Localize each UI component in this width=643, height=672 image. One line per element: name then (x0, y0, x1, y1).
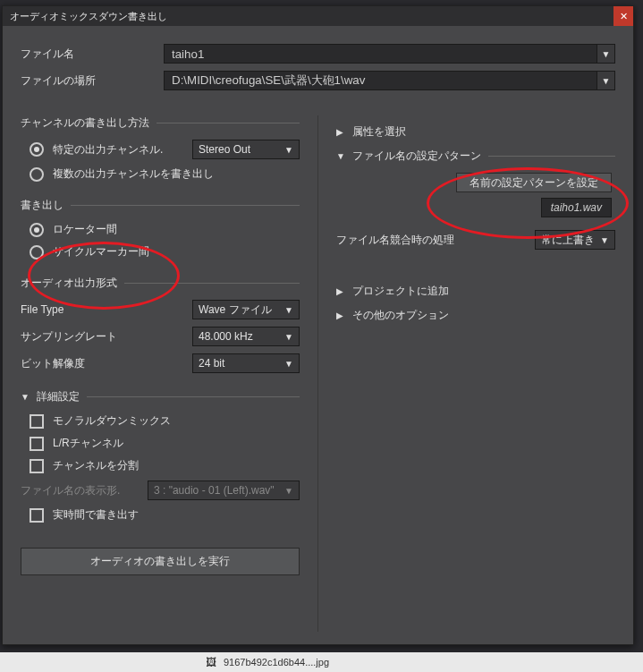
conflict-label: ファイル名競合時の処理 (336, 233, 454, 248)
advanced-disclosure[interactable]: ▼ 詳細設定 (21, 389, 300, 404)
audio-group-title: オーディオ出力形式 (21, 276, 300, 291)
execute-export-button[interactable]: オーディオの書き出しを実行 (21, 548, 300, 575)
channel-specific-value: Stereo Out (199, 143, 250, 156)
radio-locator[interactable] (30, 223, 44, 237)
add-project-label: プロジェクトに追加 (352, 284, 449, 299)
radio-multi[interactable] (30, 167, 44, 182)
divider (71, 205, 300, 206)
right-column: ▶ 属性を選択 ▼ ファイル名の設定パターン 名前の設定パターンを設定 taih… (317, 115, 615, 632)
image-icon: 🖼 (206, 656, 216, 668)
triangle-right-icon: ▶ (336, 310, 347, 320)
pattern-controls: 名前の設定パターンを設定 taiho1.wav (336, 173, 615, 217)
chevron-down-icon: ▼ (284, 145, 293, 155)
chevron-down-icon: ▼ (284, 359, 293, 369)
channel-group-title: チャンネルの書き出し方法 (21, 115, 300, 131)
divider (124, 283, 300, 284)
divider (87, 396, 300, 397)
realtime-row[interactable]: 実時間で書き出す (30, 507, 300, 523)
split-label: チャンネルを分割 (53, 458, 139, 473)
sample-rate-label: サンプリングレート (21, 329, 117, 345)
radio-specific[interactable] (30, 142, 44, 157)
divider (488, 156, 615, 157)
chevron-down-icon: ▼ (602, 76, 611, 86)
export-cycle-row[interactable]: サイクルマーカー間 (30, 244, 300, 259)
file-path-dropdown[interactable]: ▼ (597, 71, 615, 90)
audio-group-label: オーディオ出力形式 (21, 276, 117, 291)
chevron-down-icon: ▼ (602, 49, 611, 59)
export-group-label: 書き出し (21, 198, 63, 213)
chevron-down-icon: ▼ (284, 486, 293, 496)
attrib-disclosure[interactable]: ▶ 属性を選択 (336, 124, 615, 140)
dialog-content: ファイル名 ▼ ファイルの場所 ▼ チャンネルの書き出し方法 特 (3, 26, 633, 644)
bit-depth-row: ビット解像度 24 bit▼ (21, 353, 300, 373)
pattern-config-label: 名前の設定パターンを設定 (470, 175, 598, 191)
radio-cycle[interactable] (30, 245, 44, 259)
file-type-row: File Type Wave ファイル▼ (21, 300, 300, 319)
advanced-title: 詳細設定 (37, 389, 80, 404)
file-name-label: ファイル名 (21, 47, 164, 62)
channel-multi-label: 複数の出力チャンネルを書き出し (53, 166, 214, 182)
titlebar: オーディオミックスダウン書き出し ✕ (3, 6, 633, 26)
channel-specific-select[interactable]: Stereo Out ▼ (192, 140, 300, 159)
other-disclosure[interactable]: ▶ その他のオプション (336, 308, 615, 323)
sample-rate-row: サンプリングレート 48.000 kHz▼ (21, 327, 300, 346)
triangle-right-icon: ▶ (336, 286, 347, 296)
checkbox-split[interactable] (30, 459, 44, 473)
triangle-down-icon: ▼ (336, 151, 347, 161)
file-path-row: ファイルの場所 ▼ (21, 71, 615, 90)
pattern-config-button[interactable]: 名前の設定パターンを設定 (456, 173, 612, 192)
file-type-label: File Type (21, 303, 63, 316)
channel-multi-row[interactable]: 複数の出力チャンネルを書き出し (30, 166, 300, 182)
conflict-row: ファイル名競合時の処理 常に上書き▼ (336, 230, 615, 250)
checkbox-mono[interactable] (30, 414, 44, 429)
chevron-down-icon: ▼ (284, 332, 293, 342)
sample-rate-select[interactable]: 48.000 kHz▼ (192, 327, 300, 346)
bit-depth-select[interactable]: 24 bit▼ (192, 353, 300, 373)
export-locator-label: ロケーター間 (53, 222, 117, 237)
top-fields: ファイル名 ▼ ファイルの場所 ▼ (21, 44, 615, 98)
name-fmt-row: ファイル名の表示形. 3 : "audio - 01 (Left).wav"▼ (21, 481, 300, 500)
conflict-select[interactable]: 常に上書き▼ (535, 230, 615, 250)
pattern-preview: taiho1.wav (541, 198, 612, 217)
file-path-input[interactable] (164, 71, 597, 90)
footer-filename: 9167b492c1d6b44....jpg (224, 657, 329, 668)
window-title: オーディオミックスダウン書き出し (10, 10, 167, 23)
channel-specific-row[interactable]: 特定の出力チャンネル. Stereo Out ▼ (30, 140, 300, 159)
file-name-input[interactable] (164, 44, 597, 64)
file-name-row: ファイル名 ▼ (21, 44, 615, 64)
bit-depth-value: 24 bit (199, 357, 224, 370)
checkbox-realtime[interactable] (30, 508, 44, 523)
lr-row[interactable]: L/Rチャンネル (30, 436, 300, 451)
conflict-value: 常に上書き (541, 233, 595, 248)
columns: チャンネルの書き出し方法 特定の出力チャンネル. Stereo Out ▼ 複数… (21, 115, 615, 632)
export-group: 書き出し ロケーター間 サイクルマーカー間 (21, 198, 300, 259)
file-type-select[interactable]: Wave ファイル▼ (192, 300, 300, 319)
name-fmt-select: 3 : "audio - 01 (Left).wav"▼ (148, 481, 300, 500)
close-button[interactable]: ✕ (613, 6, 633, 26)
checkbox-lr[interactable] (30, 437, 44, 451)
dialog-window: オーディオミックスダウン書き出し ✕ ファイル名 ▼ ファイルの場所 ▼ (2, 5, 634, 645)
divider (157, 123, 300, 123)
file-name-dropdown[interactable]: ▼ (597, 44, 615, 64)
close-icon: ✕ (620, 11, 628, 22)
triangle-right-icon: ▶ (336, 127, 347, 137)
name-fmt-label: ファイル名の表示形. (21, 483, 120, 498)
file-type-value: Wave ファイル (199, 302, 272, 318)
sample-rate-value: 48.000 kHz (199, 330, 253, 343)
triangle-down-icon: ▼ (21, 392, 31, 402)
split-row[interactable]: チャンネルを分割 (30, 458, 300, 473)
mono-row[interactable]: モノラルダウンミックス (30, 413, 300, 429)
file-path-label: ファイルの場所 (21, 73, 164, 89)
channel-group: チャンネルの書き出し方法 特定の出力チャンネル. Stereo Out ▼ 複数… (21, 115, 300, 182)
channel-specific-label: 特定の出力チャンネル. (53, 142, 192, 157)
pattern-disclosure[interactable]: ▼ ファイル名の設定パターン (336, 149, 615, 164)
channel-group-label: チャンネルの書き出し方法 (21, 115, 149, 131)
chevron-down-icon: ▼ (600, 235, 609, 245)
export-group-title: 書き出し (21, 198, 300, 213)
add-project-disclosure[interactable]: ▶ プロジェクトに追加 (336, 284, 615, 299)
chevron-down-icon: ▼ (284, 305, 293, 315)
attrib-label: 属性を選択 (352, 124, 406, 140)
execute-export-label: オーディオの書き出しを実行 (90, 555, 230, 567)
other-label: その他のオプション (352, 308, 449, 323)
export-locator-row[interactable]: ロケーター間 (30, 222, 300, 237)
